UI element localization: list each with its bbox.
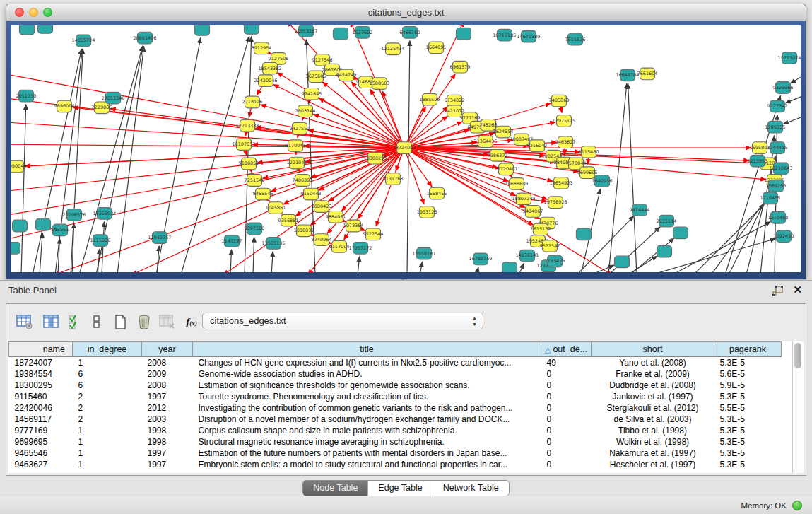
table-cell: 5.5E-5 <box>714 402 782 414</box>
graph-node-label: 19654923 <box>550 180 573 186</box>
table-cell: 6 <box>73 368 142 380</box>
graph-node[interactable] <box>334 28 348 40</box>
graph-node-label: 16648784 <box>616 72 640 78</box>
column-header-name[interactable]: name <box>9 342 73 357</box>
function-builder-icon[interactable]: f(x) <box>182 312 201 332</box>
graph-node-label: 19756928 <box>544 199 567 205</box>
graph-node-label: 16720407 <box>495 166 518 172</box>
graph-node-label: 1558455 <box>427 191 447 197</box>
graph-node-label: 18543382 <box>259 66 282 71</box>
graph-node-label: 12125434 <box>382 46 405 52</box>
tab-network-table[interactable]: Network Table <box>433 481 509 496</box>
table-row[interactable]: 1872400712008Changes of HCN gene express… <box>9 357 782 369</box>
memory-ok-indicator[interactable] <box>792 501 802 510</box>
table-cell: 0 <box>541 368 592 380</box>
graph-node[interactable] <box>245 25 259 34</box>
table-cell: 0 <box>541 402 592 414</box>
column-header-short[interactable]: short <box>592 342 714 357</box>
close-panel-icon[interactable]: ✕ <box>793 284 802 296</box>
tab-edge-table[interactable]: Edge Table <box>367 481 432 496</box>
graph-node-label: 1421072 <box>445 108 465 114</box>
table-cell: Jankovic et al. (1997) <box>592 391 714 402</box>
graph-node-label: 9186852 <box>239 161 259 167</box>
table-row[interactable]: 911546021997Tourette syndrome. Phenomeno… <box>9 391 782 402</box>
network-view-frame: 1872400789129549127508185433822242004627… <box>6 21 806 279</box>
graph-node[interactable] <box>673 227 688 239</box>
graph-node[interactable] <box>577 228 592 240</box>
graph-node-label: 2229806 <box>92 105 112 110</box>
column-header-in-degree[interactable]: in_degree <box>73 342 142 357</box>
graph-node[interactable] <box>657 245 672 257</box>
table-row[interactable]: 1456911722003Disruption of a novel membe… <box>9 414 782 425</box>
new-table-icon[interactable] <box>111 312 131 332</box>
table-row[interactable]: 969969511998Structural magnetic resonanc… <box>9 436 782 448</box>
selection-mode-icon[interactable] <box>66 312 86 332</box>
graph-node-label: 1615132 <box>531 226 551 232</box>
table-type-segmented-control: Node Table Edge Table Network Table <box>302 480 509 496</box>
column-header-year[interactable]: year <box>142 342 193 357</box>
graph-node[interactable] <box>38 25 53 33</box>
table-cell: Corpus callosum shape and size in male p… <box>193 425 541 436</box>
table-row[interactable]: 946554611997Estimation of the future num… <box>9 448 782 459</box>
table-vertical-scrollbar[interactable] <box>792 341 804 473</box>
table-cell: 2012 <box>142 402 193 414</box>
graph-node-label: 1210460 <box>768 215 789 221</box>
graph-node-label: 1733426 <box>545 258 565 264</box>
table-row[interactable]: 2242004622012Investigating the contribut… <box>9 402 782 414</box>
table-row[interactable]: 977716911998Corpus callosum shape and si… <box>9 425 782 436</box>
network-selector-dropdown[interactable]: citations_edges.txt ▲▼ <box>202 313 483 329</box>
graph-node-label: 7486391 <box>293 177 313 183</box>
delete-table-icon[interactable] <box>134 312 154 332</box>
graph-node-label: 16107553 <box>233 141 256 147</box>
graph-node[interactable] <box>13 220 28 232</box>
graph-node[interactable] <box>36 218 51 230</box>
row-height-icon[interactable] <box>87 312 107 332</box>
column-header-title[interactable]: title <box>193 342 541 357</box>
graph-node-label: 7485063 <box>549 98 570 104</box>
graph-node-label: 2935114 <box>657 218 677 224</box>
table-cell: 0 <box>541 448 592 459</box>
column-visibility-icon[interactable] <box>42 312 61 332</box>
network-view-window: citations_edges.txt 18724007891295491275… <box>6 4 806 279</box>
tab-node-table[interactable]: Node Table <box>303 481 367 496</box>
graph-node[interactable] <box>20 25 35 35</box>
table-cell: Genome-wide association studies in ADHD. <box>193 368 541 380</box>
graph-node[interactable] <box>11 242 20 254</box>
table-cell: Embryonic stem cells: a model to study s… <box>193 459 541 470</box>
column-header-pagerank[interactable]: pagerank <box>714 342 782 357</box>
window-titlebar[interactable]: citations_edges.txt <box>6 4 806 21</box>
graph-node[interactable] <box>615 256 630 268</box>
graph-node-label: 6961379 <box>450 64 471 70</box>
table-settings-icon[interactable] <box>15 312 35 332</box>
graph-node-label: 1086032 <box>294 228 314 233</box>
network-canvas[interactable]: 1872400789129549127508185433822242004627… <box>11 25 801 272</box>
graph-node-label: 10719185 <box>493 33 517 38</box>
table-row[interactable]: 1830029562008Estimation of significance … <box>9 380 782 391</box>
graph-node-label: 9474444 <box>630 207 650 213</box>
graph-node-label: 6466160 <box>400 30 420 35</box>
graph-node[interactable] <box>457 28 471 40</box>
table-cell: 22420046 <box>9 402 73 414</box>
graph-node-label: 7986372 <box>488 153 508 158</box>
graph-node-label: 5675685 <box>306 74 326 79</box>
graph-node-label: 9522544 <box>363 231 384 237</box>
graph-node-label: 9356881 <box>278 218 299 223</box>
table-row[interactable]: 1938455462009Genome-wide association stu… <box>9 368 782 380</box>
graph-node-label: 18724007 <box>393 145 416 151</box>
graph-node-label: 1244415 <box>767 145 788 151</box>
table-cell: 14569117 <box>9 414 73 425</box>
scrollbar-thumb[interactable] <box>794 343 801 368</box>
graph-node-label: 8740964 <box>312 237 332 243</box>
graph-node-label: 9150443 <box>301 192 322 197</box>
column-header-out-degree[interactable]: △out_de... <box>541 342 592 357</box>
table-panel: Table Panel ✕ <box>0 280 812 514</box>
table-cell: 1 <box>73 459 142 470</box>
table-cell: 2 <box>73 391 142 402</box>
graph-node-label: 14671389 <box>517 34 541 40</box>
graph-node-label: 2051050 <box>16 93 37 99</box>
table-cell: 19384554 <box>9 368 73 380</box>
table-row[interactable]: 946362711997Embryonic stem cells: a mode… <box>9 459 782 470</box>
graph-node[interactable] <box>195 25 210 35</box>
float-window-icon[interactable] <box>772 285 784 296</box>
graph-node[interactable] <box>502 262 517 272</box>
